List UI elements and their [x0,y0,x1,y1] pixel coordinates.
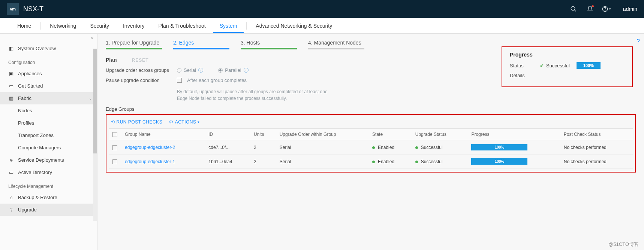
step-prepare[interactable]: 1. Prepare for Upgrade [106,40,162,49]
sidebar-label: System Overview [18,46,56,51]
run-post-checks-button[interactable]: ⟲ RUN POST CHECKS [111,119,162,125]
sidebar-item-ad[interactable]: ▭ Active Directory [0,166,97,179]
search-icon[interactable] [566,1,581,16]
details-label: Details [510,73,540,78]
sidebar-item-backup[interactable]: ⌂ Backup & Restore [0,191,97,204]
svg-line-1 [574,10,576,12]
info-icon[interactable]: i [244,68,249,73]
folder-icon: ▭ [8,170,14,175]
content-area: 1. Prepare for Upgrade 2. Edges 3. Hosts… [97,34,644,250]
tab-home[interactable]: Home [10,18,38,33]
top-bar: vm NSX-T ▾ admin [0,0,644,18]
tab-plan[interactable]: Plan & Troubleshoot [152,18,213,33]
radio-serial[interactable]: Serial i [177,67,203,73]
col-post[interactable]: Post Check Status [560,129,633,140]
progress-panel: Progress Status ✔ Successful 100% Detail… [502,46,633,87]
brand-name: NSX-T [23,5,43,13]
sidebar-item-service[interactable]: ⎈ Service Deployments [0,154,97,166]
alerts-icon[interactable] [583,1,598,16]
reset-button[interactable]: RESET [132,58,148,63]
status-dot-icon [372,146,375,149]
radio-label: Parallel [225,67,241,73]
cell-post: No checks performed [560,140,633,155]
group-link[interactable]: edgegroup-edgecluster-1 [125,159,175,164]
fabric-icon: ▦ [8,95,14,101]
actions-button[interactable]: ⚙ ACTIONS ▾ [169,119,200,125]
tab-system[interactable]: System [213,18,244,33]
sidebar-label: Backup & Restore [18,195,57,200]
step-hosts[interactable]: 3. Hosts [241,40,297,49]
col-progress[interactable]: Progress [467,129,560,140]
col-units[interactable]: Units [250,129,276,140]
groups-table: Group Name ID Units Upgrade Order within… [109,128,633,169]
sidebar-scrollbar[interactable] [93,49,97,221]
sidebar-item-overview[interactable]: ◧ System Overview [0,42,97,55]
sidebar-item-profiles[interactable]: Profiles [0,117,97,129]
table-row[interactable]: edgegroup-edgecluster-11b61...0ea42Seria… [109,155,633,169]
select-all-checkbox[interactable] [112,132,117,137]
cell-ustatus: Successful [412,155,468,169]
backup-icon: ⌂ [8,195,14,200]
cell-id: cde7...0f... [205,140,250,155]
help-icon[interactable]: ▾ [599,1,614,16]
radio-parallel[interactable]: Parallel i [218,67,248,73]
row-checkbox[interactable] [112,159,117,164]
cell-units: 2 [250,155,276,169]
status-dot-icon [372,161,375,163]
upgrade-icon: ⇪ [8,207,14,213]
order-label: Upgrade order across groups [106,67,177,73]
col-order[interactable]: Upgrade Order within Group [276,129,368,140]
alert-badge [592,5,594,7]
table-row[interactable]: edgegroup-edgecluster-2cde7...0f...2Seri… [109,140,633,155]
sidebar-item-upgrade[interactable]: ⇪ Upgrade [0,204,97,216]
cube-icon: ▣ [8,71,14,76]
radio-icon [177,68,181,73]
info-icon[interactable]: i [198,68,203,73]
row-checkbox[interactable] [112,145,117,150]
sidebar-item-fabric[interactable]: ▦ Fabric ⌄ [0,92,97,104]
group-link[interactable]: edgegroup-edgecluster-2 [125,145,175,150]
status-value: Successful [546,63,570,68]
tab-security[interactable]: Security [83,18,116,33]
cell-id: 1b61...0ea4 [205,155,250,169]
col-state[interactable]: State [368,129,412,140]
col-name[interactable]: Group Name [121,129,205,140]
row-progress-bar: 100% [471,158,527,165]
success-icon: ✔ [540,63,544,68]
sidebar-item-getstarted[interactable]: ▭ Get Started [0,80,97,92]
cell-progress: 100% [467,155,560,169]
col-ustatus[interactable]: Upgrade Status [412,129,468,140]
step-management[interactable]: 4. Management Nodes [308,40,364,49]
button-label: RUN POST CHECKS [117,119,163,125]
sidebar-label: Nodes [18,108,32,113]
collapse-sidebar-icon[interactable]: « [0,34,97,42]
button-label: ACTIONS [175,119,196,125]
refresh-icon: ⟲ [111,119,115,125]
status-dot-icon [415,161,418,163]
status-label: Status [510,63,540,68]
tab-networking[interactable]: Networking [43,18,83,33]
step-edges[interactable]: 2. Edges [173,40,229,49]
user-menu[interactable]: admin [623,6,637,12]
sidebar-label: Transport Zones [18,132,54,138]
checkbox-label: After each group completes [187,77,247,83]
context-help-icon[interactable]: ? [637,38,644,46]
sidebar-heading-lifecycle: Lifecycle Management [0,179,97,191]
sidebar-item-tzones[interactable]: Transport Zones [0,129,97,141]
plan-title: Plan [106,57,117,63]
sidebar-label: Get Started [18,83,43,89]
svg-point-0 [571,6,575,10]
progress-bar: 100% [577,62,601,69]
groups-title: Edge Groups [106,106,636,112]
sidebar-item-nodes[interactable]: Nodes [0,104,97,117]
sidebar-item-appliances[interactable]: ▣ Appliances [0,67,97,80]
brand-logo: vm [7,3,19,15]
col-id[interactable]: ID [205,129,250,140]
screen-icon: ▭ [8,83,14,89]
tab-inventory[interactable]: Inventory [116,18,152,33]
progress-title: Progress [510,52,625,58]
tab-advanced[interactable]: Advanced Networking & Security [249,18,339,33]
cell-post: No checks performed [560,155,633,169]
sidebar-item-compute[interactable]: Compute Managers [0,141,97,154]
checkbox-icon [177,78,182,83]
